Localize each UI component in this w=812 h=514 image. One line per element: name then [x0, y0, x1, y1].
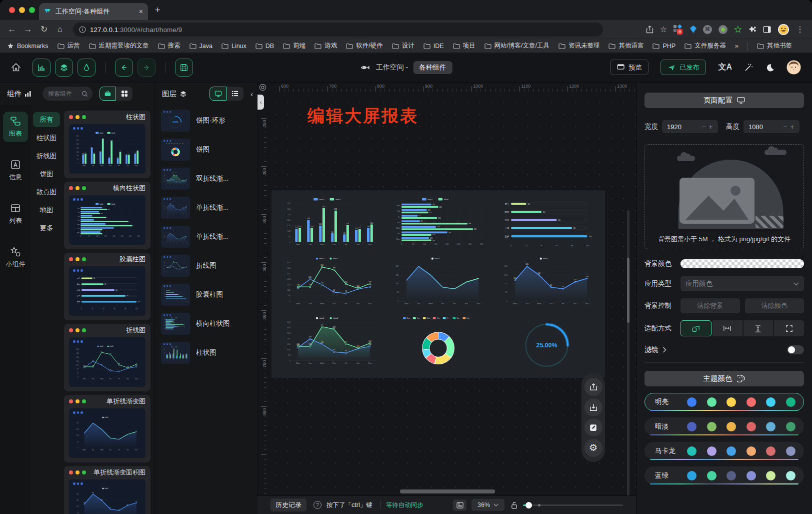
sidebar-nav-图表[interactable]: 图表 — [3, 112, 28, 142]
settings-button[interactable]: ⚙ — [584, 439, 602, 457]
theme-row-明亮[interactable]: 明亮 — [644, 393, 804, 411]
close-window-button[interactable] — [9, 7, 15, 13]
fit-height-button[interactable] — [744, 320, 774, 336]
background-upload-dropzone[interactable]: 背景图需小于 5M ， 格式为 png/jpg/gif 的文件 — [644, 144, 804, 249]
dashboard-chart-dual_line_area[interactable]: data1data2050100150200250300350MonTueWed… — [276, 315, 383, 372]
theme-row-蓝绿[interactable]: 蓝绿 — [644, 466, 804, 484]
eye-icon[interactable] — [258, 83, 267, 92]
category-散点图[interactable]: 散点图 — [33, 185, 60, 199]
dashboard-chart-donut[interactable]: MonTueWedThuFriSatSun — [385, 315, 492, 372]
layer-item[interactable]: data1data2050100150200250300350MonTueWed… — [159, 168, 253, 190]
page-config-header[interactable]: 页面配置 — [644, 93, 804, 108]
component-card[interactable]: 胶囊柱图厦门20南阳40北京60上海80新疆100020406080100 — [64, 253, 150, 320]
dot-extension-icon[interactable] — [718, 25, 728, 34]
home-icon[interactable] — [11, 63, 21, 72]
panel-collapse-handle[interactable]: ‹ — [258, 95, 264, 110]
bookmark-item[interactable]: PHP — [652, 43, 676, 50]
fit-stretch-button[interactable] — [774, 320, 804, 336]
star-extension-icon[interactable] — [734, 26, 742, 34]
sidebar-nav-小组件[interactable]: 小组件 — [3, 242, 28, 273]
dashboard-chart-hbar[interactable]: data1data2050100150200250300350Sun130160… — [385, 196, 492, 253]
height-increase-button[interactable]: + — [788, 123, 796, 131]
layers-list-view-button[interactable] — [226, 87, 244, 101]
width-increase-button[interactable]: + — [707, 123, 714, 131]
chevron-right-icon[interactable] — [662, 347, 666, 353]
zoom-slider[interactable] — [523, 504, 623, 506]
horizontal-scrollbar[interactable] — [400, 489, 495, 493]
user-avatar[interactable] — [786, 60, 801, 75]
sidebar-nav-列表[interactable]: 列表 — [3, 199, 28, 229]
export-button[interactable] — [584, 378, 602, 396]
bookmark-item[interactable]: Linux — [222, 43, 246, 50]
minimize-window-button[interactable] — [19, 7, 25, 13]
browser-menu-icon[interactable]: ⋮ — [796, 25, 804, 34]
bookmark-item[interactable]: 网站/博客/文章/工具 — [484, 42, 550, 50]
collapse-panel-icon[interactable]: ‹ — [250, 90, 253, 98]
browser-reload-icon[interactable]: ↻ — [37, 23, 51, 37]
chart-tool-button[interactable] — [32, 59, 50, 77]
new-tab-button[interactable]: + — [155, 5, 160, 16]
site-info-icon[interactable] — [79, 26, 86, 33]
bookmarks-overflow-icon[interactable]: » — [735, 42, 738, 50]
layer-item[interactable]: data1data2050100150200250300350MonTueWed… — [159, 342, 253, 364]
bookmark-item[interactable]: 前端 — [283, 42, 306, 50]
detail-panel-button[interactable] — [453, 499, 466, 511]
bookmark-item[interactable]: 近期需要读的文章 — [89, 42, 149, 50]
help-icon[interactable]: ? — [314, 501, 322, 509]
magic-wand-icon[interactable] — [744, 63, 754, 72]
clear-color-button[interactable]: 清除颜色 — [745, 298, 804, 313]
bookmark-item[interactable]: 设计 — [392, 42, 414, 50]
width-value[interactable]: 1920 — [667, 123, 700, 131]
dashboard-chart-line_gradient[interactable]: data1050100150200MonTueWedThuFriSatSun — [385, 255, 492, 312]
dashboard-chart-progress_ring[interactable]: 25.00% — [494, 315, 600, 372]
address-bar[interactable]: 127.0.0.1:3000/#/chart/home/9 — [73, 23, 603, 37]
browser-back-icon[interactable]: ← — [5, 23, 19, 37]
layers-tool-button[interactable] — [55, 59, 73, 77]
grid-view-button[interactable] — [116, 87, 132, 101]
preview-button[interactable]: 预览 — [610, 60, 648, 75]
bookmark-item[interactable]: 游戏 — [314, 42, 337, 50]
filter-toggle[interactable] — [787, 345, 804, 354]
category-饼图[interactable]: 饼图 — [33, 167, 60, 181]
bookmark-item[interactable]: 搜索 — [158, 42, 180, 50]
lock-icon[interactable] — [510, 501, 518, 509]
gem-extension-icon[interactable] — [690, 26, 696, 33]
component-card[interactable]: 横向柱状图data1data2050100150200250300350Sun1… — [64, 182, 150, 249]
redo-button[interactable] — [138, 59, 156, 77]
zoom-level-select[interactable]: 36% — [472, 499, 504, 511]
fit-width-button[interactable] — [712, 320, 742, 336]
undo-button[interactable] — [115, 59, 133, 77]
dashboard-chart-bar[interactable]: data1data2050100150200250300350MonTueWed… — [276, 196, 383, 253]
height-decrease-button[interactable]: − — [782, 123, 789, 131]
language-switch-icon[interactable]: 文A — [718, 62, 732, 73]
fit-scale-button[interactable] — [680, 320, 712, 336]
bookmark-item[interactable]: IDE — [424, 43, 444, 50]
category-地图[interactable]: 地图 — [33, 203, 60, 217]
theme-row-马卡龙[interactable]: 马卡龙 — [644, 442, 804, 460]
component-card[interactable]: 单折线渐变面积图data1050100150200MonTueWedThuFri… — [64, 466, 150, 514]
browser-forward-icon[interactable]: → — [21, 23, 35, 37]
bookmark-item[interactable]: 软件/硬件 — [346, 42, 382, 50]
dark-mode-moon-icon[interactable] — [766, 63, 774, 72]
bookmarks-root[interactable]: Bookmarks — [7, 43, 48, 50]
briefcase-view-button[interactable] — [100, 87, 116, 101]
dashboard-chart-line2[interactable]: data1data2050100150200250300350MonTueWed… — [276, 255, 383, 312]
sidebar-nav-信息[interactable]: 信息 — [3, 155, 28, 186]
bookmark-item[interactable]: DB — [256, 43, 274, 50]
other-bookmarks-folder[interactable]: 其他书签 — [757, 42, 792, 50]
tab-close-icon[interactable]: × — [139, 8, 143, 16]
vertical-scrollbar-thumb[interactable] — [627, 258, 630, 323]
layer-item[interactable]: data1050100150200MonTueWedThuFriSatSun12… — [159, 197, 253, 219]
category-折线图[interactable]: 折线图 — [33, 149, 60, 163]
theme-color-header[interactable]: 主题颜色 — [644, 371, 804, 386]
bookmark-item[interactable]: Java — [190, 43, 212, 50]
edit-button[interactable] — [584, 418, 602, 436]
share-icon[interactable] — [646, 26, 654, 34]
search-input[interactable] — [47, 90, 80, 98]
dashboard-preview[interactable]: data1data2050100150200250300350MonTueWed… — [272, 190, 605, 378]
zoom-slider-knob[interactable] — [526, 502, 532, 508]
component-card[interactable]: 单折线渐变图data1050100150200MonTueWedThuFriSa… — [64, 395, 150, 462]
extensions-puzzle-icon[interactable] — [748, 26, 756, 34]
zoom-window-button[interactable] — [29, 7, 35, 13]
project-name-pill[interactable]: 各种组件 — [413, 61, 452, 74]
